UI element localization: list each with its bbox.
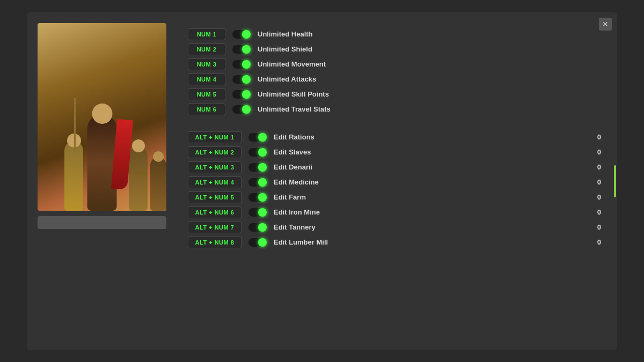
cheat-label: Edit Slaves bbox=[274, 148, 584, 156]
toggle-knob bbox=[258, 148, 267, 157]
trainer-label bbox=[38, 216, 166, 229]
cheat-label: Edit Medicine bbox=[274, 178, 584, 186]
cheat-label: Edit Rations bbox=[274, 133, 584, 141]
toggle-switch[interactable] bbox=[232, 29, 251, 39]
toggle-knob bbox=[258, 193, 267, 202]
toggle-knob bbox=[242, 60, 251, 69]
trainer-window: ✕ bbox=[27, 12, 617, 350]
toggle-switch[interactable] bbox=[248, 223, 267, 232]
alt-key-badge[interactable]: ALT + NUM 5 bbox=[188, 191, 241, 203]
alt-key-badge[interactable]: ALT + NUM 7 bbox=[188, 221, 241, 233]
toggle-switch[interactable] bbox=[248, 208, 267, 217]
toggle-switch[interactable] bbox=[232, 105, 251, 114]
cheat-label: Unlimited Skill Points bbox=[258, 90, 601, 98]
bottom-cheats-section: ALT + NUM 1Edit Rations0ALT + NUM 2Edit … bbox=[188, 131, 601, 248]
left-panel bbox=[38, 23, 172, 339]
toggle-switch[interactable] bbox=[232, 75, 251, 84]
toggle-knob bbox=[258, 223, 267, 232]
alt-key-badge[interactable]: ALT + NUM 8 bbox=[188, 237, 241, 248]
cheat-label: Unlimited Travel Stats bbox=[258, 105, 601, 113]
toggle-switch[interactable] bbox=[248, 162, 267, 172]
key-badge[interactable]: NUM 5 bbox=[188, 88, 225, 100]
toggle-knob bbox=[258, 208, 267, 217]
toggle-switch[interactable] bbox=[248, 238, 267, 247]
key-badge[interactable]: NUM 4 bbox=[188, 73, 225, 85]
alt-key-badge[interactable]: ALT + NUM 3 bbox=[188, 161, 241, 173]
key-badge[interactable]: NUM 6 bbox=[188, 104, 225, 115]
toggle-switch[interactable] bbox=[248, 178, 267, 187]
alt-key-badge[interactable]: ALT + NUM 1 bbox=[188, 131, 241, 143]
cheat-value: 0 bbox=[590, 178, 601, 186]
cheat-label: Unlimited Movement bbox=[258, 60, 601, 68]
top-cheat-row: NUM 2Unlimited Shield bbox=[188, 43, 601, 55]
cheat-label: Edit Lumber Mill bbox=[274, 238, 584, 246]
cheat-label: Edit Farm bbox=[274, 193, 584, 201]
key-badge[interactable]: NUM 1 bbox=[188, 28, 225, 40]
cheat-label: Edit Denarii bbox=[274, 163, 584, 171]
cheat-label: Edit Iron Mine bbox=[274, 208, 584, 216]
toggle-knob bbox=[242, 45, 251, 54]
key-badge[interactable]: NUM 2 bbox=[188, 43, 225, 55]
bottom-cheat-row: ALT + NUM 2Edit Slaves0 bbox=[188, 146, 601, 158]
bottom-cheat-row: ALT + NUM 4Edit Medicine0 bbox=[188, 176, 601, 188]
cover-figure bbox=[38, 82, 166, 211]
top-cheat-row: NUM 6Unlimited Travel Stats bbox=[188, 104, 601, 115]
toggle-switch[interactable] bbox=[248, 132, 267, 142]
top-cheats-section: NUM 1Unlimited HealthNUM 2Unlimited Shie… bbox=[188, 28, 601, 115]
toggle-switch[interactable] bbox=[248, 193, 267, 202]
toggle-switch[interactable] bbox=[232, 60, 251, 69]
bottom-cheat-row: ALT + NUM 6Edit Iron Mine0 bbox=[188, 206, 601, 218]
right-panel: NUM 1Unlimited HealthNUM 2Unlimited Shie… bbox=[188, 23, 606, 339]
alt-key-badge[interactable]: ALT + NUM 6 bbox=[188, 206, 241, 218]
top-cheat-row: NUM 4Unlimited Attacks bbox=[188, 73, 601, 85]
toggle-knob bbox=[242, 105, 251, 114]
bottom-cheat-row: ALT + NUM 5Edit Farm0 bbox=[188, 191, 601, 203]
close-button[interactable]: ✕ bbox=[599, 18, 612, 31]
cheat-value: 0 bbox=[590, 238, 601, 246]
toggle-switch[interactable] bbox=[248, 147, 267, 157]
bottom-cheat-row: ALT + NUM 3Edit Denarii0 bbox=[188, 161, 601, 173]
cheat-value: 0 bbox=[590, 133, 601, 141]
toggle-knob bbox=[258, 238, 267, 247]
alt-key-badge[interactable]: ALT + NUM 2 bbox=[188, 146, 241, 158]
key-badge[interactable]: NUM 3 bbox=[188, 58, 225, 70]
top-cheat-row: NUM 5Unlimited Skill Points bbox=[188, 88, 601, 100]
toggle-knob bbox=[242, 30, 251, 39]
game-cover bbox=[38, 23, 166, 211]
bottom-cheat-row: ALT + NUM 1Edit Rations0 bbox=[188, 131, 601, 143]
cheat-value: 0 bbox=[590, 163, 601, 171]
toggle-knob bbox=[258, 133, 267, 142]
scrollbar[interactable] bbox=[614, 165, 616, 197]
cheat-value: 0 bbox=[590, 223, 601, 231]
cheat-label: Unlimited Attacks bbox=[258, 75, 601, 83]
toggle-switch[interactable] bbox=[232, 90, 251, 99]
top-cheat-row: NUM 1Unlimited Health bbox=[188, 28, 601, 40]
cheat-label: Edit Tannery bbox=[274, 223, 584, 231]
toggle-knob bbox=[242, 75, 251, 84]
cheat-value: 0 bbox=[590, 208, 601, 216]
toggle-knob bbox=[258, 163, 267, 172]
toggle-knob bbox=[258, 178, 267, 187]
alt-key-badge[interactable]: ALT + NUM 4 bbox=[188, 176, 241, 188]
bottom-cheat-row: ALT + NUM 8Edit Lumber Mill0 bbox=[188, 237, 601, 248]
cheat-label: Unlimited Health bbox=[258, 30, 601, 38]
cheat-label: Unlimited Shield bbox=[258, 45, 601, 53]
top-cheat-row: NUM 3Unlimited Movement bbox=[188, 58, 601, 70]
cheat-value: 0 bbox=[590, 193, 601, 201]
toggle-knob bbox=[242, 90, 251, 99]
toggle-switch[interactable] bbox=[232, 45, 251, 54]
bottom-cheat-row: ALT + NUM 7Edit Tannery0 bbox=[188, 221, 601, 233]
cheat-value: 0 bbox=[590, 148, 601, 156]
